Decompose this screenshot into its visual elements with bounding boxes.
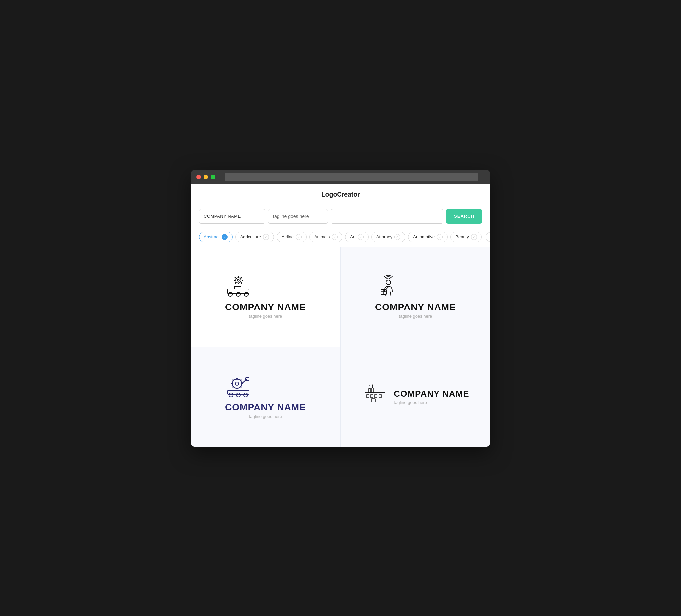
category-chip-beauty[interactable]: Beauty: [450, 232, 481, 242]
category-label-attorney: Attorney: [376, 234, 393, 239]
category-label-airline: Airline: [282, 234, 294, 239]
logo-tagline-1: tagline goes here: [225, 314, 306, 319]
check-icon-art: [358, 234, 364, 240]
company-name-input[interactable]: [199, 209, 266, 224]
check-icon-beauty: [471, 234, 477, 240]
category-chip-abstract[interactable]: Abstract: [199, 232, 233, 242]
extra-search-input[interactable]: [330, 209, 443, 224]
search-bar: SEARCH: [191, 204, 490, 229]
svg-point-0: [236, 278, 241, 283]
app-header: LogoCreator: [191, 184, 490, 204]
svg-point-18: [386, 280, 391, 285]
category-chip-automotive[interactable]: Automotive: [408, 232, 448, 242]
logo-card-1[interactable]: COMPANY NAME tagline goes here: [191, 247, 340, 347]
svg-point-11: [228, 292, 232, 296]
svg-rect-3: [238, 283, 239, 284]
logo-text-4: COMPANY NAME tagline goes here: [394, 389, 469, 405]
category-label-agriculture: Agriculture: [241, 234, 261, 239]
logo-content-2: COMPANY NAME tagline goes here: [369, 268, 462, 326]
svg-rect-5: [242, 280, 243, 281]
svg-rect-4: [234, 280, 235, 281]
tagline-input[interactable]: [268, 209, 328, 224]
search-button[interactable]: SEARCH: [446, 209, 482, 224]
svg-point-13: [245, 292, 248, 296]
category-chip-animals[interactable]: Animals: [309, 232, 343, 242]
svg-point-39: [236, 393, 241, 397]
check-icon-agriculture: [263, 234, 269, 240]
categories-bar: Abstract Agriculture Airline Animals Art: [191, 229, 490, 247]
svg-rect-46: [367, 394, 369, 397]
logo-content-4: COMPANY NAME tagline goes here: [355, 377, 476, 417]
app-content: LogoCreator SEARCH Abstract Agriculture …: [191, 184, 490, 447]
gear-crane-icon: [225, 375, 306, 398]
check-icon-abstract: [222, 234, 228, 240]
check-icon-attorney: [394, 234, 400, 240]
logo-card-3[interactable]: COMPANY NAME tagline goes here: [191, 347, 340, 447]
svg-rect-29: [231, 383, 233, 384]
svg-line-23: [386, 291, 386, 296]
category-label-abstract: Abstract: [204, 234, 220, 239]
logo-grid: COMPANY NAME tagline goes here: [191, 247, 490, 447]
person-wifi-icon: [375, 275, 456, 298]
logo-company-name-1: COMPANY NAME: [225, 302, 306, 312]
gear-machine-icon: [225, 275, 306, 298]
svg-rect-49: [379, 394, 382, 397]
address-bar: [225, 173, 478, 181]
svg-rect-10: [228, 289, 249, 293]
maximize-button[interactable]: [211, 175, 216, 179]
svg-point-26: [235, 382, 239, 385]
logo-tagline-3: tagline goes here: [225, 414, 306, 419]
svg-point-1: [237, 279, 239, 281]
category-chip-airline[interactable]: Airline: [277, 232, 307, 242]
minimize-button[interactable]: [203, 175, 208, 179]
check-icon-automotive: [436, 234, 443, 240]
svg-rect-8: [234, 282, 236, 284]
svg-rect-6: [234, 277, 236, 279]
svg-rect-27: [236, 378, 238, 380]
svg-rect-47: [371, 394, 373, 397]
svg-rect-9: [241, 282, 243, 284]
category-label-automotive: Automotive: [413, 234, 435, 239]
svg-line-35: [242, 379, 247, 384]
svg-rect-50: [372, 399, 375, 402]
logo-company-name-2: COMPANY NAME: [375, 302, 456, 312]
svg-point-38: [229, 393, 233, 397]
svg-rect-37: [228, 390, 249, 394]
check-icon-animals: [331, 234, 337, 240]
factory-icon: [362, 383, 388, 407]
logo-content-3: COMPANY NAME tagline goes here: [219, 368, 312, 426]
svg-rect-42: [369, 389, 371, 393]
svg-point-40: [244, 393, 248, 397]
svg-rect-7: [241, 277, 243, 279]
svg-rect-43: [372, 388, 373, 393]
categories-next-button[interactable]: →: [486, 232, 490, 242]
logo-card-4[interactable]: COMPANY NAME tagline goes here: [340, 347, 490, 447]
logo-company-name-3: COMPANY NAME: [225, 402, 306, 413]
app-title: LogoCreator: [321, 191, 360, 198]
logo-card-2[interactable]: COMPANY NAME tagline goes here: [340, 247, 490, 347]
category-chip-art[interactable]: Art: [345, 232, 369, 242]
svg-rect-28: [236, 388, 238, 389]
category-chip-attorney[interactable]: Attorney: [372, 232, 405, 242]
logo-tagline-4: tagline goes here: [394, 400, 469, 405]
logo-content-1: COMPANY NAME tagline goes here: [219, 268, 312, 326]
browser-window: LogoCreator SEARCH Abstract Agriculture …: [191, 170, 490, 447]
logo-company-name-4: COMPANY NAME: [394, 389, 469, 399]
check-icon-airline: [296, 234, 302, 240]
svg-rect-48: [374, 394, 377, 397]
svg-line-24: [390, 291, 391, 296]
logo-tagline-2: tagline goes here: [375, 314, 456, 319]
svg-rect-2: [238, 276, 239, 278]
svg-point-12: [236, 292, 241, 296]
close-button[interactable]: [196, 175, 201, 179]
category-label-art: Art: [350, 234, 356, 239]
category-label-animals: Animals: [314, 234, 330, 239]
category-chip-agriculture[interactable]: Agriculture: [235, 232, 274, 242]
category-label-beauty: Beauty: [455, 234, 469, 239]
browser-titlebar: [191, 170, 490, 184]
